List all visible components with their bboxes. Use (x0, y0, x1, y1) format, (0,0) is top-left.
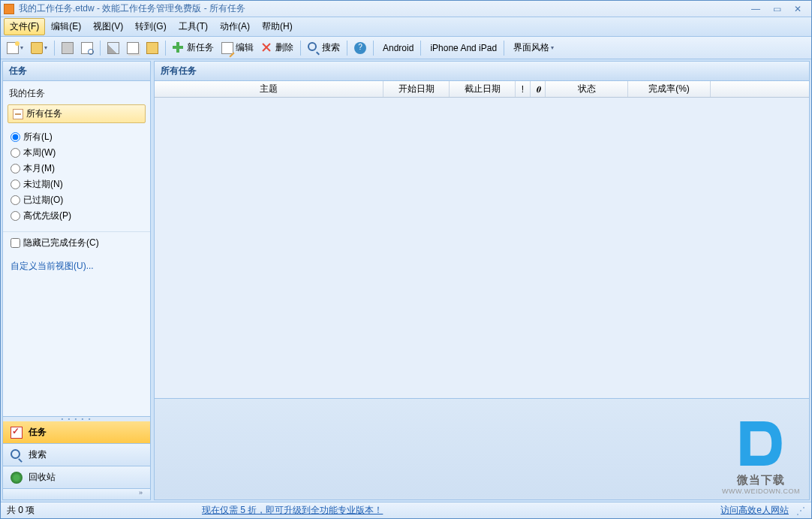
filter-all[interactable]: 所有(L) (11, 129, 143, 145)
content-area: 所有任务 主题 开始日期 截止日期 ! 𝟎 状态 完成率(%) (154, 61, 810, 500)
theme-button[interactable]: 界面风格▾ (508, 39, 557, 57)
menu-action[interactable]: 动作(A) (214, 18, 256, 35)
separator (420, 41, 421, 56)
my-tasks-heading: 我的任务 (3, 84, 150, 103)
tree-label: 所有任务 (26, 107, 62, 120)
menu-help[interactable]: 帮助(H) (256, 18, 299, 35)
menu-goto[interactable]: 转到(G) (129, 18, 172, 35)
close-button[interactable]: ✕ (787, 2, 808, 16)
promo-link[interactable]: 现在仅需 5 折，即可升级到全功能专业版本！ (202, 505, 383, 515)
separator (54, 41, 55, 56)
open-button[interactable]: ▾ (28, 39, 50, 57)
copy-button[interactable] (124, 39, 142, 57)
edit-button[interactable]: 编辑 (218, 39, 257, 57)
app-icon (4, 4, 14, 14)
separator (165, 41, 166, 56)
android-button[interactable]: Android (377, 39, 417, 57)
watermark: 微当下载 WWW.WEIDOWN.COM (722, 415, 800, 495)
col-completion[interactable]: 完成率(%) (628, 81, 711, 97)
preview-pane: 微当下载 WWW.WEIDOWN.COM (154, 399, 810, 500)
menu-edit[interactable]: 编辑(E) (45, 18, 87, 35)
help-button[interactable]: ? (351, 39, 369, 57)
print-button[interactable] (59, 39, 77, 57)
toolbar: ▾ ▾ 新任务 编辑 删除 搜索 ? Android iPhone And iP… (1, 37, 811, 59)
filter-high-priority[interactable]: 高优先级(P) (11, 208, 143, 224)
filter-this-week[interactable]: 本周(W) (11, 145, 143, 161)
separator (100, 41, 101, 56)
separator (373, 41, 374, 56)
website-link[interactable]: 访问高效e人网站 (720, 505, 789, 515)
delete-button[interactable]: 删除 (258, 39, 296, 57)
col-status[interactable]: 状态 (546, 81, 628, 97)
content-header: 所有任务 (154, 61, 810, 81)
status-count: 共 0 项 (7, 504, 202, 517)
filter-this-month[interactable]: 本月(M) (11, 161, 143, 177)
menu-tools[interactable]: 工具(T) (173, 18, 214, 35)
hide-completed-checkbox[interactable]: 隐藏已完成任务(C) (3, 231, 150, 254)
new-task-button[interactable]: 新任务 (170, 39, 217, 57)
recycle-icon (11, 472, 23, 484)
minimize-button[interactable]: — (745, 2, 766, 16)
watermark-text: 微当下载 (722, 473, 800, 487)
col-spacer (711, 81, 809, 97)
watermark-url: WWW.WEIDOWN.COM (722, 487, 800, 495)
col-start-date[interactable]: 开始日期 (383, 81, 450, 97)
status-bar: 共 0 项 现在仅需 5 折，即可升级到全功能专业版本！ 访问高效e人网站 ⋰ (1, 502, 811, 518)
filter-overdue[interactable]: 已过期(O) (11, 192, 143, 208)
separator (300, 41, 301, 56)
search-button[interactable]: 搜索 (305, 39, 343, 57)
filter-not-overdue[interactable]: 未过期(N) (11, 177, 143, 192)
nav-tasks[interactable]: 任务 (3, 421, 150, 444)
separator (347, 41, 347, 56)
maximize-button[interactable]: ▭ (766, 2, 787, 16)
paste-button[interactable] (143, 39, 161, 57)
nav-recycle[interactable]: 回收站 (3, 466, 150, 489)
col-attachment[interactable]: 𝟎 (531, 81, 546, 97)
col-due-date[interactable]: 截止日期 (450, 81, 516, 97)
new-doc-button[interactable]: ▾ (4, 39, 26, 57)
custom-view-link[interactable]: 自定义当前视图(U)... (11, 261, 94, 271)
title-bar: 我的工作任务.etdw - 效能工作任务管理免费版 - 所有任务 — ▭ ✕ (1, 1, 811, 17)
task-icon (11, 427, 23, 439)
col-priority[interactable]: ! (516, 81, 531, 97)
menu-view[interactable]: 视图(V) (87, 18, 129, 35)
window-title: 我的工作任务.etdw - 效能工作任务管理免费版 - 所有任务 (19, 2, 745, 15)
tree-all-tasks[interactable]: 所有任务 (8, 104, 146, 123)
preview-button[interactable] (78, 39, 96, 57)
nav-search[interactable]: 搜索 (3, 444, 150, 466)
separator (504, 41, 504, 56)
sidebar: 任务 我的任务 所有任务 所有(L) 本周(W) 本月(M) 未过期(N) 已过… (2, 61, 151, 500)
menu-bar: 文件(F) 编辑(E) 视图(V) 转到(G) 工具(T) 动作(A) 帮助(H… (1, 17, 811, 37)
cut-button[interactable] (104, 39, 122, 57)
table-body[interactable] (155, 98, 809, 398)
col-subject[interactable]: 主题 (155, 81, 383, 97)
search-icon (11, 449, 23, 461)
nav-collapse[interactable]: » (3, 489, 150, 499)
resize-grip[interactable]: ⋰ (796, 505, 805, 516)
table-header: 主题 开始日期 截止日期 ! 𝟎 状态 完成率(%) (155, 81, 809, 98)
task-icon (13, 109, 23, 119)
watermark-logo (731, 415, 791, 472)
iphone-button[interactable]: iPhone And iPad (425, 39, 500, 57)
menu-file[interactable]: 文件(F) (4, 18, 45, 35)
sidebar-header: 任务 (2, 61, 151, 81)
